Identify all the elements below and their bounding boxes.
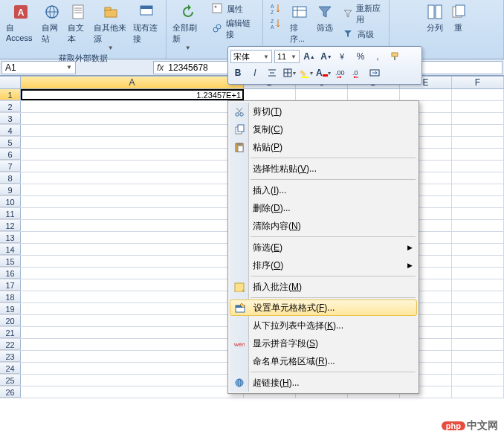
cell[interactable]: [452, 137, 504, 148]
cell[interactable]: [452, 303, 504, 314]
cell[interactable]: [452, 279, 504, 291]
existing-conn-button[interactable]: 现有连接: [130, 1, 163, 46]
row-header[interactable]: 1: [0, 89, 21, 100]
row-header[interactable]: 18: [0, 291, 21, 302]
menu-item-r[interactable]: 命名单元格区域(R)...: [230, 352, 417, 370]
cell[interactable]: [244, 89, 296, 100]
cell[interactable]: [21, 137, 244, 148]
column-header-F[interactable]: F: [452, 77, 504, 88]
row-header[interactable]: 2: [0, 101, 21, 112]
cell[interactable]: [21, 351, 244, 362]
cell[interactable]: [21, 363, 244, 374]
select-all-corner[interactable]: [0, 77, 21, 88]
cell[interactable]: [21, 172, 244, 184]
cell[interactable]: [21, 291, 244, 302]
sort-button[interactable]: 排序...: [287, 1, 313, 46]
cell[interactable]: [452, 256, 504, 267]
cell[interactable]: [296, 89, 348, 100]
cell[interactable]: [21, 244, 244, 255]
from-access-button[interactable]: A 自 Access: [3, 1, 39, 44]
menu-item-i[interactable]: 插入(I)...: [230, 181, 417, 199]
row-header[interactable]: 20: [0, 315, 21, 326]
cell[interactable]: [452, 291, 504, 302]
dropdown-icon[interactable]: ▼: [66, 64, 72, 71]
row-header[interactable]: 13: [0, 232, 21, 243]
refresh-all-button[interactable]: 全部刷新 ▼: [169, 1, 206, 53]
cell[interactable]: [21, 161, 244, 172]
menu-item-m[interactable]: 插入批注(M): [230, 278, 417, 296]
cell[interactable]: [21, 268, 244, 279]
cell[interactable]: [21, 256, 244, 267]
cell[interactable]: [452, 208, 504, 219]
sort-az-button[interactable]: AZ: [266, 1, 287, 16]
cell[interactable]: [21, 208, 244, 219]
row-header[interactable]: 16: [0, 268, 21, 279]
cell[interactable]: [21, 113, 244, 124]
from-web-button[interactable]: 自网站: [39, 1, 65, 46]
row-header[interactable]: 12: [0, 220, 21, 231]
cell[interactable]: [21, 386, 244, 398]
row-header[interactable]: 3: [0, 113, 21, 124]
format-painter-button[interactable]: [387, 49, 402, 64]
row-header[interactable]: 19: [0, 303, 21, 314]
row-header[interactable]: 6: [0, 149, 21, 160]
cell[interactable]: [21, 184, 244, 195]
merge-center-button[interactable]: [367, 65, 382, 80]
cell[interactable]: [400, 89, 452, 100]
menu-item-p[interactable]: 粘贴(P): [230, 138, 417, 156]
sort-za-button[interactable]: ZA: [266, 16, 287, 31]
font-combo[interactable]: 宋体▼: [230, 50, 272, 63]
cell[interactable]: [452, 149, 504, 160]
decrease-decimal-button[interactable]: .00: [333, 65, 348, 80]
menu-item-n[interactable]: 清除内容(N): [230, 217, 417, 235]
fill-color-button[interactable]: ▾: [299, 65, 314, 80]
cell[interactable]: [452, 113, 504, 124]
accounting-format-button[interactable]: ¥: [336, 49, 351, 64]
remove-dup-button[interactable]: 重: [447, 1, 471, 35]
cell[interactable]: [452, 315, 504, 326]
row-header[interactable]: 5: [0, 137, 21, 148]
cell[interactable]: [21, 303, 244, 314]
cell[interactable]: [452, 161, 504, 172]
cell[interactable]: [21, 327, 244, 338]
menu-item-f[interactable]: 设置单元格格式(F)...: [230, 300, 417, 316]
cell[interactable]: [452, 125, 504, 136]
row-header[interactable]: 21: [0, 327, 21, 338]
menu-item-d[interactable]: 删除(D)...: [230, 199, 417, 217]
cell[interactable]: [21, 315, 244, 326]
cell[interactable]: [348, 89, 400, 100]
font-size-combo[interactable]: 11▼: [274, 50, 300, 63]
filter-button[interactable]: 筛选: [313, 1, 337, 35]
menu-item-k[interactable]: 从下拉列表中选择(K)...: [230, 317, 417, 334]
row-header[interactable]: 25: [0, 375, 21, 386]
cell[interactable]: [452, 89, 504, 100]
cell[interactable]: [452, 184, 504, 195]
cell[interactable]: [452, 351, 504, 362]
cell[interactable]: [452, 172, 504, 184]
row-header[interactable]: 15: [0, 256, 21, 267]
row-header[interactable]: 26: [0, 386, 21, 398]
cell[interactable]: [452, 386, 504, 398]
row-header[interactable]: 14: [0, 244, 21, 255]
font-color-button[interactable]: A▾: [316, 65, 331, 80]
cell[interactable]: [21, 279, 244, 291]
row-header[interactable]: 11: [0, 208, 21, 219]
menu-item-t[interactable]: 剪切(T): [230, 103, 417, 120]
cell[interactable]: [452, 101, 504, 112]
row-header[interactable]: 7: [0, 161, 21, 172]
cell[interactable]: [21, 339, 244, 350]
cell[interactable]: [21, 149, 244, 160]
increase-decimal-button[interactable]: .0: [350, 65, 365, 80]
grow-font-button[interactable]: A▲: [302, 49, 317, 64]
menu-item-c[interactable]: 复制(C): [230, 120, 417, 138]
reapply-button[interactable]: 重新应用: [340, 1, 386, 27]
percent-format-button[interactable]: %: [353, 49, 368, 64]
menu-item-e[interactable]: 筛选(E)▶: [230, 239, 417, 256]
cell[interactable]: [452, 196, 504, 207]
row-header[interactable]: 17: [0, 279, 21, 291]
row-header[interactable]: 9: [0, 184, 21, 195]
row-header[interactable]: 24: [0, 363, 21, 374]
row-header[interactable]: 22: [0, 339, 21, 350]
column-header-A[interactable]: A: [21, 77, 244, 88]
cell[interactable]: [452, 244, 504, 255]
